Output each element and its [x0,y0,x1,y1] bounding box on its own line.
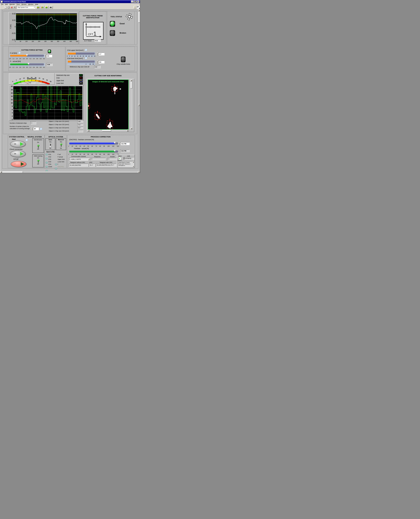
csa-upper-info-icon[interactable] [85,49,87,51]
force-chart-frame: F [kN] 0.020.010-0.01-0.02 0501001502002… [8,12,79,45]
source-scroll-down[interactable] [133,166,134,167]
window-scroll-right[interactable] [138,171,140,173]
svg-text:5: 5 [16,79,17,81]
samples-value[interactable]: 20 [33,127,39,130]
scroll-down-button[interactable] [130,128,132,130]
chip-image-hscrollbar[interactable] [88,130,129,131]
comm-channel-dropdown[interactable]: I% ASRL1::INSTR [69,158,90,161]
pause-button[interactable] [13,6,16,9]
samples-spinner[interactable] [31,127,33,130]
csa-upper-value[interactable]: 1.7 [98,53,105,55]
menu-operate[interactable]: Operate [8,3,15,5]
save-toggle[interactable] [49,143,52,148]
source-scroll-up[interactable] [133,161,134,163]
trend-value: 0.11 [94,39,101,42]
menubar: File Edit Operate Tools Browse Window He… [0,3,140,6]
radio-cs1[interactable] [46,153,48,155]
menu-help[interactable]: Help [34,3,39,5]
f-ref-info-icon[interactable] [18,52,21,54]
menu-file[interactable]: File [0,3,4,5]
menu-edit[interactable]: Edit [4,3,8,5]
window-vscroll-thumb[interactable] [138,12,140,23]
chevron-down-icon[interactable] [34,7,35,8]
menu-tools[interactable]: Tools [15,3,21,5]
radio-cs2[interactable] [46,158,48,159]
restore-button[interactable] [134,0,136,3]
crc-value: 75~? [89,164,95,167]
dropdown-button[interactable] [88,158,90,160]
chip-blob-1 [107,122,112,129]
f-ref-label: F ref [kN] [10,52,17,54]
close-button[interactable] [137,0,139,3]
responce-value: 0 [90,158,106,160]
source-label: source [117,160,122,161]
window-vscrollbar[interactable] [138,9,140,106]
window-scroll-up[interactable] [138,9,140,11]
object3-label: Object 3; Chip size CS3 [mm²] [49,127,69,129]
dncfro-spinner[interactable] [119,143,120,145]
run-continuous-button[interactable] [7,6,10,9]
csa-upper-spinner[interactable] [97,53,98,55]
f-ref-value[interactable]: 3.0 [46,54,52,57]
window-scroll-left[interactable] [0,171,2,173]
start-info-icon[interactable] [26,139,28,141]
f-ref-spinner[interactable] [45,54,46,57]
radio-factual[interactable] [55,168,57,169]
chevron-down-icon [47,7,48,8]
vscroll-thumb[interactable] [130,82,132,88]
scroll-up-button[interactable] [130,80,132,82]
dncfro-value[interactable]: 112.798 [120,142,130,145]
run-button[interactable] [4,6,7,9]
radio-cs3[interactable] [46,162,48,163]
start-label: Start [12,138,16,140]
legend-csa-icon[interactable] [79,77,83,79]
help-button[interactable]: ? [134,6,136,9]
hscroll-thumb[interactable] [102,130,111,131]
csa-lower-scale-0: 0 [86,63,86,65]
identification-title: Identification [33,139,44,141]
radio-fref[interactable] [55,164,57,165]
csa-lower-label: CSA lover limit [mm²] [67,57,83,59]
svg-text:45: 45 [46,79,48,81]
legend-lower-icon[interactable] [79,82,83,84]
stop-button[interactable]: f [11,161,26,167]
minimize-button[interactable] [131,0,134,3]
csa-lower-info-icon[interactable] [85,57,87,59]
save-in-file-label: Save in file: [46,151,55,153]
window-scroll-down[interactable] [138,104,140,106]
legend-detected-label: Detetcted chip size [56,74,69,76]
cloud-on-button[interactable]: ON [10,151,26,157]
font-selector[interactable]: 16pt System Font [17,6,35,9]
window-hscroll-thumb[interactable] [2,171,23,173]
scroll-right-button[interactable] [127,130,129,131]
menu-browse[interactable]: Browse [21,3,27,5]
resize-objects-button[interactable] [45,6,49,9]
scroll-left-button[interactable] [88,130,90,131]
csa-lower-value[interactable]: 0.6 [98,61,105,63]
menu-window[interactable]: Window [27,3,34,5]
chip-outside-label: Chip outside limits [116,63,130,65]
start-on-button[interactable]: ON [10,141,26,147]
process-correction-panel: PROCESS CORRECTION (DNCFRO) - feedrate c… [67,135,135,168]
align-objects-button[interactable] [37,6,40,9]
legend-lower-label: Lover limit [56,82,64,84]
chip-image[interactable]: 2 3 1 Images of detected and measured ch… [88,80,129,130]
legend-upper-icon[interactable] [79,79,83,82]
radio-cs4[interactable] [46,166,48,168]
window-hscrollbar[interactable] [0,171,140,173]
csa-lower-spinner[interactable] [97,61,98,63]
chevron-down-icon [39,7,40,8]
chip-image-vscrollbar[interactable] [130,80,132,130]
distribute-objects-button[interactable] [41,6,45,9]
ann-training-toggle[interactable] [37,160,39,164]
reorder-objects-button[interactable] [49,6,53,9]
radio-upper-limit-label: Upper limit [58,159,65,160]
abort-button[interactable] [10,6,13,9]
measure-toggle[interactable] [60,143,62,148]
identification-toggle[interactable] [37,145,39,149]
font-selector-value: 16pt System Font [18,7,28,8]
vi-icon-badge[interactable]: 1 [137,6,140,9]
samples-info-icon[interactable] [40,128,42,130]
legend-detected-icon[interactable] [79,74,83,76]
stop-label: STOP [14,158,19,160]
